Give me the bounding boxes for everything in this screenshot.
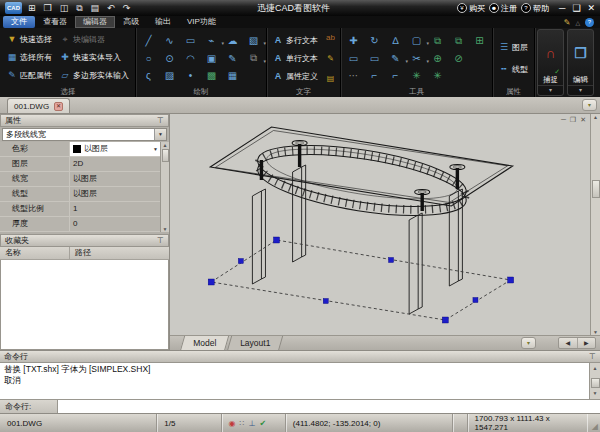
minimize-button[interactable]: ─ xyxy=(559,3,565,13)
property-row-layer[interactable]: 图层 2D xyxy=(0,157,169,172)
menu-output[interactable]: 输出 xyxy=(147,16,179,28)
edit-button[interactable]: ❐ 编辑 ▾ xyxy=(567,29,594,96)
close-button[interactable]: ✕ xyxy=(587,3,595,13)
mirror-icon[interactable]: ∆ xyxy=(388,33,403,48)
scrollbar-thumb[interactable] xyxy=(591,378,600,388)
open-file-icon[interactable]: ❒ xyxy=(44,1,52,15)
group-icon[interactable]: ⊕ xyxy=(430,51,445,66)
explode-icon[interactable]: ✳ xyxy=(409,68,424,83)
selection-cycling-icon[interactable]: ◉ xyxy=(229,419,236,428)
edit-text-icon[interactable]: ✎ xyxy=(324,54,337,63)
snap-button[interactable]: ∩✓ 捕捉 ▾ xyxy=(537,29,564,96)
ellipse-icon[interactable]: ⊙ xyxy=(162,51,177,66)
command-log[interactable]: 替换 [TXT.shx] 字体为 [SIMPLEX.SHX] 取消 ▲ ▼ xyxy=(0,363,600,399)
sketch-icon[interactable]: ✎ xyxy=(225,51,240,66)
document-tab[interactable]: 001.DWG ✕ xyxy=(7,98,70,113)
tabstrip-chevron-button[interactable]: ▾ xyxy=(582,99,597,111)
extend-icon[interactable]: ▭ xyxy=(367,51,382,66)
canvas-vertical-scrollbar[interactable]: ▲ ▼ xyxy=(590,114,600,335)
canvas-close-icon[interactable]: ✕ xyxy=(580,116,586,124)
redo-icon[interactable]: ↷ xyxy=(123,1,131,15)
polyline-icon[interactable]: ⌁▾ xyxy=(204,33,219,48)
tab-model[interactable]: Model xyxy=(180,336,229,351)
polygon-icon[interactable]: ▧▾ xyxy=(246,33,261,48)
trim-icon[interactable]: ▭ xyxy=(346,51,361,66)
freehand-icon[interactable]: ς xyxy=(141,68,156,83)
canvas-minimize-icon[interactable]: ─ xyxy=(561,116,566,124)
scrollbar-thumb[interactable] xyxy=(162,149,169,162)
image-insert-icon[interactable]: ▣ xyxy=(204,51,219,66)
grip-handle[interactable] xyxy=(323,299,328,304)
scroll-up-icon[interactable]: ▲ xyxy=(593,363,598,374)
quick-select-button[interactable]: ▼快速选择 xyxy=(4,30,55,48)
layer-button[interactable]: ☰图层 xyxy=(496,38,531,56)
command-log-scrollbar[interactable]: ▲ ▼ xyxy=(589,363,600,399)
quick-entity-import-button[interactable]: ✚快速实体导入 xyxy=(57,48,132,66)
polygon-entity-input-button[interactable]: ▱多边形实体输入 xyxy=(57,66,132,84)
scroll-up-icon[interactable]: ▲ xyxy=(593,114,598,120)
customize-pencil-icon[interactable]: ✎ xyxy=(564,18,571,27)
save-icon[interactable]: ◫ xyxy=(60,1,69,15)
register-button[interactable]: ☻ 注册 xyxy=(489,3,517,14)
tab-layout1[interactable]: Layout1 xyxy=(227,336,284,351)
arc-icon[interactable]: ◠ xyxy=(183,51,198,66)
grip-handle[interactable] xyxy=(273,237,279,243)
snap-dropdown[interactable]: ▾ xyxy=(538,85,563,95)
chevron-down-icon[interactable]: ▼ xyxy=(154,129,166,140)
join-icon[interactable]: ✳ xyxy=(430,68,445,83)
annotation-check-icon[interactable]: ✔ xyxy=(260,419,267,428)
rotate-icon[interactable]: ↻ xyxy=(367,33,382,48)
favorites-list[interactable] xyxy=(0,260,169,350)
entity-selector-combo[interactable]: 多段线线宽 ▼ xyxy=(2,128,167,141)
ungroup-icon[interactable]: ⊘ xyxy=(451,51,466,66)
spell-check-icon[interactable]: ab xyxy=(324,33,337,42)
fillet-icon[interactable]: ⌐ xyxy=(367,68,382,83)
scroll-down-icon[interactable]: ▼ xyxy=(163,226,168,232)
grip-handle[interactable] xyxy=(508,277,514,283)
tabbar-chevron-button[interactable]: ▾ xyxy=(521,337,536,349)
spline-icon[interactable]: ∿ xyxy=(162,33,177,48)
print-icon[interactable]: ▤ xyxy=(91,1,100,15)
point-icon[interactable]: • xyxy=(183,68,198,83)
linetype-button[interactable]: ╍线型 xyxy=(496,60,531,78)
paste-entities-icon[interactable]: ⧉ xyxy=(451,33,466,48)
scroll-down-icon[interactable]: ▼ xyxy=(593,388,598,399)
table-icon[interactable]: ▦ xyxy=(225,68,240,83)
modify-icon[interactable]: ✎▾ xyxy=(388,51,403,66)
favorites-col-path[interactable]: 路径 xyxy=(70,247,169,259)
drawing-canvas[interactable]: ─ ❐ ✕ ▲ ▼ xyxy=(170,114,600,335)
grid-snap-icon[interactable]: ∷ xyxy=(240,419,245,428)
pin-icon[interactable]: ⊤ xyxy=(157,116,164,125)
buy-button[interactable]: ¥ 购买 xyxy=(457,3,485,14)
property-row-lineweight[interactable]: 线宽 以图层 xyxy=(0,172,169,187)
menu-editor[interactable]: 编辑器 xyxy=(75,16,115,28)
grip-handle[interactable] xyxy=(208,279,214,285)
block-editor-button[interactable]: ⌖块编辑器 xyxy=(57,30,132,48)
measure-icon[interactable]: ⋯ xyxy=(346,68,361,83)
save-as-icon[interactable]: ⧉ xyxy=(76,1,82,15)
collapse-ribbon-icon[interactable]: △ xyxy=(575,19,580,26)
scroll-left-icon[interactable]: ◀ xyxy=(559,338,578,348)
mtext-button[interactable]: A多行文本 xyxy=(270,32,321,48)
menu-vip[interactable]: VIP功能 xyxy=(179,16,224,28)
grip-handle[interactable] xyxy=(389,258,394,263)
new-file-icon[interactable]: ⊞ xyxy=(28,1,36,15)
property-row-linetype-scale[interactable]: 线型比例 1 xyxy=(0,202,169,217)
chamfer-icon[interactable]: ⌐ xyxy=(388,68,403,83)
pin-icon[interactable]: ⊤ xyxy=(157,236,164,245)
edit-dropdown[interactable]: ▾ xyxy=(568,85,593,95)
grip-handle[interactable] xyxy=(442,317,448,323)
menu-advanced[interactable]: 高级 xyxy=(115,16,147,28)
scrollbar-thumb[interactable] xyxy=(592,180,600,198)
tab-close-icon[interactable]: ✕ xyxy=(54,102,63,111)
copy-entities-icon[interactable]: ⧉ xyxy=(430,33,445,48)
replace-block-icon[interactable]: ⊞ xyxy=(472,33,487,48)
circle-icon[interactable]: ○ xyxy=(141,51,156,66)
hatch-icon[interactable]: ▨ xyxy=(162,68,177,83)
app-logo[interactable]: CAD xyxy=(5,2,22,14)
revision-cloud-icon[interactable]: ☁ xyxy=(225,33,240,48)
line-icon[interactable]: ╱ xyxy=(141,33,156,48)
copy-icon[interactable]: ⧉▾ xyxy=(246,51,261,66)
undo-icon[interactable]: ↶ xyxy=(107,1,115,15)
grip-handle[interactable] xyxy=(473,298,478,303)
